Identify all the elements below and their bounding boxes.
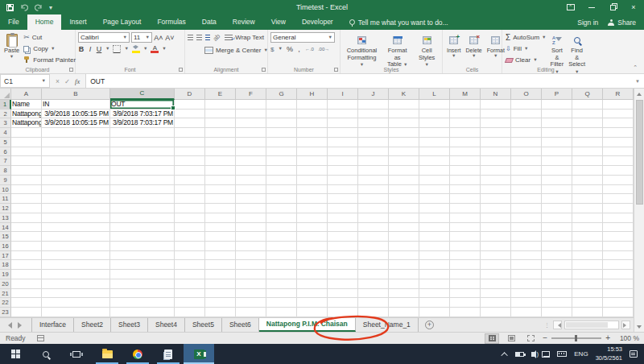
cell-Q23[interactable] — [572, 308, 603, 317]
row-header-20[interactable]: 20 — [0, 279, 11, 289]
cell-R2[interactable] — [603, 110, 634, 119]
cell-H18[interactable] — [297, 260, 328, 270]
cell-M19[interactable] — [450, 270, 481, 279]
cell-G19[interactable] — [266, 270, 297, 279]
cell-L21[interactable] — [419, 289, 450, 299]
cell-K22[interactable] — [389, 298, 419, 308]
increase-decimal-button[interactable]: ←.0 — [305, 47, 314, 52]
cell-C9[interactable] — [110, 176, 175, 185]
cell-B23[interactable] — [42, 308, 110, 317]
cell-B11[interactable] — [42, 194, 110, 204]
cell-P1[interactable] — [542, 100, 572, 110]
cell-B4[interactable] — [42, 128, 110, 138]
sheet-tab-sheet2[interactable]: Sheet2 — [74, 318, 111, 332]
cell-E23[interactable] — [205, 308, 236, 317]
cell-R13[interactable] — [603, 213, 634, 223]
cell-H1[interactable] — [297, 100, 328, 110]
cell-A16[interactable] — [11, 242, 42, 251]
cell-Q20[interactable] — [572, 279, 603, 289]
cell-I6[interactable] — [328, 147, 358, 157]
cell-L13[interactable] — [419, 213, 450, 223]
cell-H22[interactable] — [297, 298, 328, 308]
cell-P10[interactable] — [542, 185, 572, 195]
cell-R16[interactable] — [603, 242, 634, 251]
cell-F23[interactable] — [236, 308, 266, 317]
cell-N11[interactable] — [481, 194, 511, 204]
autosum-button[interactable]: ΣAutoSum▼ — [505, 32, 547, 43]
cell-B7[interactable] — [42, 156, 110, 166]
network-icon[interactable] — [542, 351, 550, 358]
cell-A12[interactable] — [11, 204, 42, 213]
cell-M16[interactable] — [450, 242, 481, 251]
cell-M9[interactable] — [450, 176, 481, 185]
cell-J18[interactable] — [358, 260, 389, 270]
cell-D6[interactable] — [175, 147, 205, 157]
cell-M5[interactable] — [450, 138, 481, 147]
cell-I18[interactable] — [328, 260, 358, 270]
cell-M7[interactable] — [450, 156, 481, 166]
cell-G23[interactable] — [266, 308, 297, 317]
scroll-up-button[interactable] — [634, 89, 644, 98]
cell-E8[interactable] — [205, 166, 236, 176]
column-header-P[interactable]: P — [542, 89, 572, 100]
font-dialog-launcher[interactable] — [179, 68, 183, 72]
cell-R22[interactable] — [603, 298, 634, 308]
dropdown-arrow-icon[interactable]: ▼ — [143, 47, 147, 52]
cell-M23[interactable] — [450, 308, 481, 317]
cell-K12[interactable] — [389, 204, 419, 213]
cell-G8[interactable] — [266, 166, 297, 176]
cell-H14[interactable] — [297, 223, 328, 233]
cell-I11[interactable] — [328, 194, 358, 204]
cell-G17[interactable] — [266, 251, 297, 261]
cell-Q3[interactable] — [572, 118, 603, 128]
cell-I21[interactable] — [328, 289, 358, 299]
cell-E16[interactable] — [205, 242, 236, 251]
cell-N13[interactable] — [481, 213, 511, 223]
tray-expand-icon[interactable] — [502, 352, 508, 358]
cell-O21[interactable] — [511, 289, 542, 299]
cell-N1[interactable] — [481, 100, 511, 110]
cell-L8[interactable] — [419, 166, 450, 176]
cell-E3[interactable] — [205, 118, 236, 128]
cell-K14[interactable] — [389, 223, 419, 233]
speaker-icon[interactable] — [531, 352, 535, 357]
row-header-23[interactable]: 23 — [0, 308, 11, 317]
column-header-R[interactable]: R — [603, 89, 634, 100]
column-header-L[interactable]: L — [419, 89, 450, 100]
cell-Q11[interactable] — [572, 194, 603, 204]
cell-L6[interactable] — [419, 147, 450, 157]
cell-D14[interactable] — [175, 223, 205, 233]
tab-formulas[interactable]: Formulas — [149, 14, 193, 30]
cell-J4[interactable] — [358, 128, 389, 138]
cell-Q13[interactable] — [572, 213, 603, 223]
cell-I15[interactable] — [328, 232, 358, 242]
cell-K6[interactable] — [389, 147, 419, 157]
cell-M17[interactable] — [450, 251, 481, 261]
cell-B15[interactable] — [42, 232, 110, 242]
cell-G6[interactable] — [266, 147, 297, 157]
copy-button[interactable]: Copy▼ — [23, 43, 76, 54]
cell-B2[interactable]: 3/9/2018 10:05:15 PM — [42, 110, 110, 119]
cell-M6[interactable] — [450, 147, 481, 157]
cell-E9[interactable] — [205, 176, 236, 185]
task-view-button[interactable] — [61, 344, 92, 364]
cell-L11[interactable] — [419, 194, 450, 204]
cell-J12[interactable] — [358, 204, 389, 213]
cell-P12[interactable] — [542, 204, 572, 213]
language-indicator[interactable]: ENG — [574, 350, 588, 358]
cell-K10[interactable] — [389, 185, 419, 195]
cell-A2[interactable]: Nattapong — [11, 110, 42, 119]
cell-M2[interactable] — [450, 110, 481, 119]
cell-A21[interactable] — [11, 289, 42, 299]
cell-L20[interactable] — [419, 279, 450, 289]
cell-R6[interactable] — [603, 147, 634, 157]
clipboard-dialog-launcher[interactable] — [69, 68, 73, 72]
zoom-in-button[interactable]: + — [605, 334, 610, 342]
tab-view[interactable]: View — [263, 14, 294, 30]
cell-M13[interactable] — [450, 213, 481, 223]
cell-F15[interactable] — [236, 232, 266, 242]
cell-P15[interactable] — [542, 232, 572, 242]
cell-A11[interactable] — [11, 194, 42, 204]
excel-taskbar-button[interactable]: X — [184, 344, 214, 364]
cell-H13[interactable] — [297, 213, 328, 223]
